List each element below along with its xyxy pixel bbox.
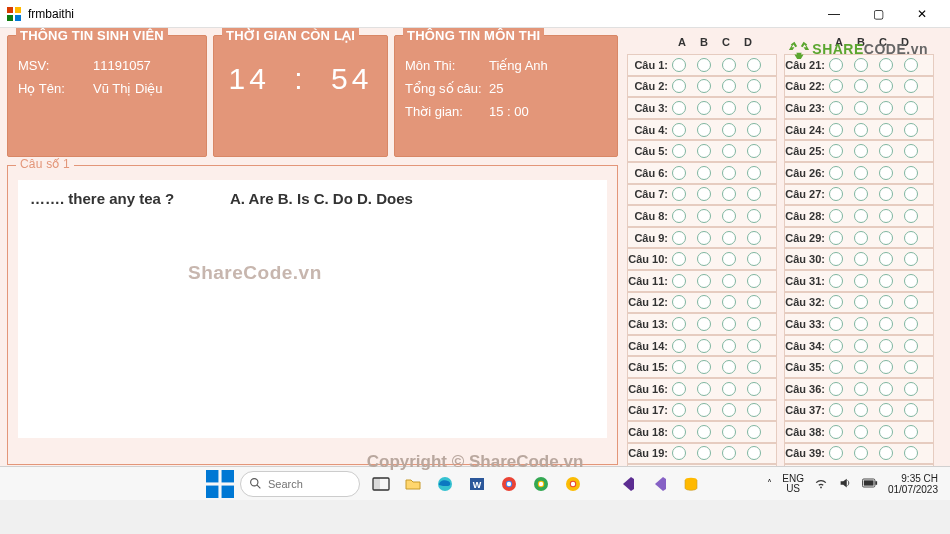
radio-option[interactable] xyxy=(722,58,736,72)
radio-option[interactable] xyxy=(829,252,843,266)
radio-option[interactable] xyxy=(747,123,761,137)
radio-option[interactable] xyxy=(747,144,761,158)
radio-option[interactable] xyxy=(697,58,711,72)
radio-option[interactable] xyxy=(747,360,761,374)
battery-icon[interactable] xyxy=(862,478,878,490)
radio-option[interactable] xyxy=(879,209,893,223)
radio-option[interactable] xyxy=(722,446,736,460)
radio-option[interactable] xyxy=(697,79,711,93)
radio-option[interactable] xyxy=(722,123,736,137)
radio-option[interactable] xyxy=(722,187,736,201)
radio-option[interactable] xyxy=(879,295,893,309)
radio-option[interactable] xyxy=(854,252,868,266)
radio-option[interactable] xyxy=(829,101,843,115)
radio-option[interactable] xyxy=(672,360,686,374)
radio-option[interactable] xyxy=(829,209,843,223)
radio-option[interactable] xyxy=(722,231,736,245)
radio-option[interactable] xyxy=(854,231,868,245)
radio-option[interactable] xyxy=(672,339,686,353)
radio-option[interactable] xyxy=(904,274,918,288)
start-button[interactable] xyxy=(206,470,234,498)
radio-option[interactable] xyxy=(904,252,918,266)
radio-option[interactable] xyxy=(829,425,843,439)
radio-option[interactable] xyxy=(854,339,868,353)
radio-option[interactable] xyxy=(904,360,918,374)
radio-option[interactable] xyxy=(697,231,711,245)
radio-option[interactable] xyxy=(904,187,918,201)
radio-option[interactable] xyxy=(672,101,686,115)
radio-option[interactable] xyxy=(747,58,761,72)
radio-option[interactable] xyxy=(879,425,893,439)
radio-option[interactable] xyxy=(722,360,736,374)
language-indicator[interactable]: ENG US xyxy=(782,474,804,494)
radio-option[interactable] xyxy=(904,231,918,245)
radio-option[interactable] xyxy=(672,403,686,417)
chrome2-icon[interactable] xyxy=(530,473,552,495)
volume-icon[interactable] xyxy=(838,476,852,492)
radio-option[interactable] xyxy=(879,252,893,266)
radio-option[interactable] xyxy=(722,317,736,331)
radio-option[interactable] xyxy=(879,144,893,158)
radio-option[interactable] xyxy=(697,317,711,331)
radio-option[interactable] xyxy=(747,166,761,180)
radio-option[interactable] xyxy=(879,403,893,417)
radio-option[interactable] xyxy=(747,252,761,266)
radio-option[interactable] xyxy=(722,252,736,266)
radio-option[interactable] xyxy=(697,339,711,353)
radio-option[interactable] xyxy=(854,425,868,439)
radio-option[interactable] xyxy=(879,360,893,374)
radio-option[interactable] xyxy=(879,382,893,396)
radio-option[interactable] xyxy=(829,123,843,137)
vs1-icon[interactable] xyxy=(616,473,638,495)
radio-option[interactable] xyxy=(854,166,868,180)
radio-option[interactable] xyxy=(879,187,893,201)
radio-option[interactable] xyxy=(904,123,918,137)
taskview-icon[interactable] xyxy=(370,473,392,495)
radio-option[interactable] xyxy=(722,144,736,158)
radio-option[interactable] xyxy=(879,101,893,115)
edge-icon[interactable] xyxy=(434,473,456,495)
radio-option[interactable] xyxy=(747,295,761,309)
radio-option[interactable] xyxy=(904,209,918,223)
radio-option[interactable] xyxy=(879,79,893,93)
chrome1-icon[interactable] xyxy=(498,473,520,495)
radio-option[interactable] xyxy=(672,123,686,137)
radio-option[interactable] xyxy=(672,231,686,245)
chrome3-icon[interactable] xyxy=(562,473,584,495)
radio-option[interactable] xyxy=(879,231,893,245)
radio-option[interactable] xyxy=(854,295,868,309)
radio-option[interactable] xyxy=(747,209,761,223)
radio-option[interactable] xyxy=(829,360,843,374)
radio-option[interactable] xyxy=(829,231,843,245)
radio-option[interactable] xyxy=(697,382,711,396)
radio-option[interactable] xyxy=(697,209,711,223)
radio-option[interactable] xyxy=(854,317,868,331)
tray-chevron-icon[interactable]: ˄ xyxy=(767,478,772,489)
radio-option[interactable] xyxy=(672,274,686,288)
radio-option[interactable] xyxy=(747,446,761,460)
radio-option[interactable] xyxy=(697,123,711,137)
vs2-icon[interactable] xyxy=(648,473,670,495)
radio-option[interactable] xyxy=(854,79,868,93)
radio-option[interactable] xyxy=(672,58,686,72)
radio-option[interactable] xyxy=(829,187,843,201)
radio-option[interactable] xyxy=(904,166,918,180)
radio-option[interactable] xyxy=(672,252,686,266)
radio-option[interactable] xyxy=(747,101,761,115)
radio-option[interactable] xyxy=(904,446,918,460)
word-icon[interactable]: W xyxy=(466,473,488,495)
radio-option[interactable] xyxy=(879,317,893,331)
radio-option[interactable] xyxy=(829,446,843,460)
radio-option[interactable] xyxy=(854,382,868,396)
radio-option[interactable] xyxy=(722,295,736,309)
radio-option[interactable] xyxy=(722,403,736,417)
radio-option[interactable] xyxy=(722,425,736,439)
radio-option[interactable] xyxy=(747,79,761,93)
radio-option[interactable] xyxy=(904,425,918,439)
radio-option[interactable] xyxy=(904,144,918,158)
maximize-button[interactable]: ▢ xyxy=(856,0,900,28)
radio-option[interactable] xyxy=(722,166,736,180)
radio-option[interactable] xyxy=(854,446,868,460)
radio-option[interactable] xyxy=(747,187,761,201)
radio-option[interactable] xyxy=(747,317,761,331)
